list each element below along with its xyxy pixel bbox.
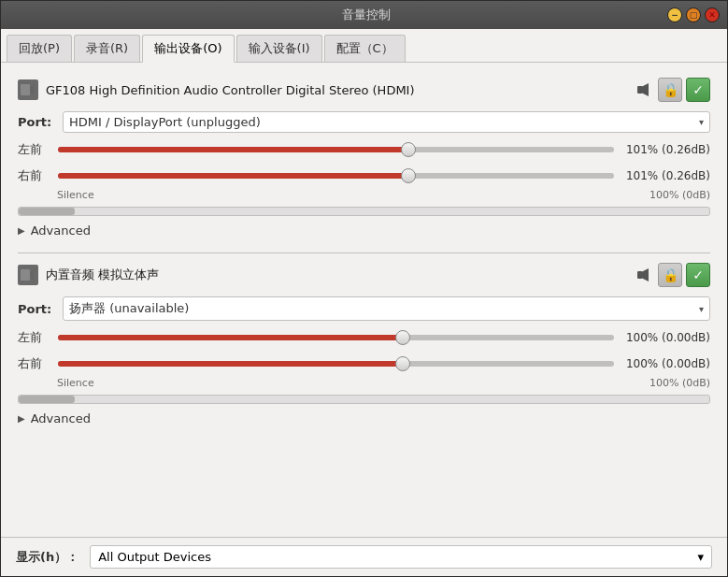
device-header-1: GF108 High Definition Audio Controller D… [10, 72, 718, 108]
show-select[interactable]: All Output Devices ▾ [90, 545, 712, 569]
check-button-2[interactable]: ✓ [686, 263, 710, 287]
maximize-button[interactable]: □ [686, 7, 701, 22]
tab-bar: 回放(P) 录音(R) 输出设备(O) 输入设备(I) 配置（C） [1, 29, 727, 63]
channel-value-lf-2: 100% (0.00dB) [621, 331, 710, 344]
window-controls: − □ ✕ [667, 7, 720, 22]
svg-rect-0 [21, 84, 30, 95]
tab-output[interactable]: 输出设备(O) [142, 35, 234, 63]
svg-marker-5 [30, 269, 35, 281]
advanced-row-1[interactable]: ▶ Advanced [10, 220, 718, 241]
device-header-2: 内置音频 模拟立体声 🔒 ✓ [10, 257, 718, 293]
port-value-1: HDMI / DisplayPort (unplugged) [69, 115, 261, 129]
mute-icon-2[interactable] [635, 266, 654, 284]
tab-recording[interactable]: 录音(R) [74, 35, 140, 62]
main-window: 音量控制 − □ ✕ 回放(P) 录音(R) 输出设备(O) 输入设备(I) 配… [0, 0, 728, 577]
slider-lf-1[interactable] [58, 140, 614, 159]
advanced-label-1: Advanced [31, 224, 91, 238]
divider [18, 252, 710, 253]
scale-right-1: 100% (0dB) [649, 189, 710, 201]
advanced-arrow-1: ▶ [18, 225, 25, 236]
channel-label-rf-2: 右前 [18, 355, 50, 372]
device-name-2: 内置音频 模拟立体声 [46, 267, 628, 283]
scale-row-2: Silence 100% (0dB) [10, 377, 718, 391]
scale-left-1: Silence [57, 189, 94, 201]
channel-left-front-1: 左前 101% (0.26dB) [10, 137, 718, 163]
port-label-2: Port: [18, 302, 55, 316]
bottom-bar: 显示(h）： All Output Devices ▾ [1, 537, 727, 576]
scrollbar-1[interactable] [18, 207, 710, 216]
svg-marker-3 [643, 83, 649, 96]
device-actions-1: 🔒 ✓ [635, 78, 710, 102]
channel-value-lf-1: 101% (0.26dB) [621, 143, 710, 156]
svg-rect-6 [637, 271, 643, 279]
channel-right-front-2: 右前 100% (0.00dB) [10, 351, 718, 377]
port-arrow-1: ▾ [699, 117, 704, 127]
port-select-1[interactable]: HDMI / DisplayPort (unplugged) ▾ [63, 111, 710, 133]
slider-lf-2[interactable] [58, 328, 614, 347]
tab-config[interactable]: 配置（C） [324, 35, 406, 62]
close-button[interactable]: ✕ [705, 7, 720, 22]
port-value-2: 扬声器 (unavailable) [69, 300, 189, 317]
scale-right-2: 100% (0dB) [649, 377, 710, 389]
tab-input[interactable]: 输入设备(I) [236, 35, 322, 62]
device-name-1: GF108 High Definition Audio Controller D… [46, 83, 628, 97]
device-icon-1 [18, 79, 38, 100]
show-label: 显示(h）： [16, 549, 79, 566]
slider-rf-2[interactable] [58, 354, 614, 373]
device-section-1: GF108 High Definition Audio Controller D… [10, 72, 718, 241]
channel-label-lf-1: 左前 [18, 141, 50, 158]
slider-rf-1[interactable] [58, 166, 614, 185]
mute-icon-1[interactable] [635, 80, 654, 99]
channel-label-lf-2: 左前 [18, 329, 50, 346]
advanced-label-2: Advanced [31, 411, 91, 426]
device-section-2: 内置音频 模拟立体声 🔒 ✓ Port: 扬声器 (unavailable) ▾ [10, 257, 718, 429]
scrollbar-2[interactable] [18, 395, 710, 404]
minimize-button[interactable]: − [667, 7, 682, 22]
titlebar: 音量控制 − □ ✕ [1, 1, 727, 29]
port-row-2: Port: 扬声器 (unavailable) ▾ [10, 293, 718, 325]
port-row-1: Port: HDMI / DisplayPort (unplugged) ▾ [10, 108, 718, 137]
window-title: 音量控制 [64, 7, 667, 23]
advanced-arrow-2: ▶ [18, 413, 25, 424]
device-icon-2 [18, 265, 38, 285]
port-select-2[interactable]: 扬声器 (unavailable) ▾ [63, 296, 710, 321]
scale-left-2: Silence [57, 377, 94, 389]
scale-row-1: Silence 100% (0dB) [10, 189, 718, 203]
lock-button-1[interactable]: 🔒 [658, 78, 682, 102]
show-arrow: ▾ [697, 550, 704, 564]
content-area: GF108 High Definition Audio Controller D… [1, 63, 727, 537]
channel-value-rf-1: 101% (0.26dB) [621, 169, 710, 182]
lock-button-2[interactable]: 🔒 [658, 263, 682, 287]
tab-playback[interactable]: 回放(P) [7, 35, 72, 62]
check-button-1[interactable]: ✓ [686, 78, 710, 102]
channel-left-front-2: 左前 100% (0.00dB) [10, 325, 718, 351]
show-value: All Output Devices [98, 550, 211, 564]
channel-right-front-1: 右前 101% (0.26dB) [10, 163, 718, 189]
channel-label-rf-1: 右前 [18, 167, 50, 184]
channel-value-rf-2: 100% (0.00dB) [621, 357, 710, 370]
device-actions-2: 🔒 ✓ [635, 263, 710, 287]
svg-marker-7 [643, 268, 649, 281]
svg-rect-4 [21, 269, 30, 281]
advanced-row-2[interactable]: ▶ Advanced [10, 408, 718, 429]
port-arrow-2: ▾ [699, 304, 704, 314]
svg-marker-1 [30, 84, 35, 95]
port-label-1: Port: [18, 115, 55, 129]
svg-rect-2 [637, 86, 643, 94]
